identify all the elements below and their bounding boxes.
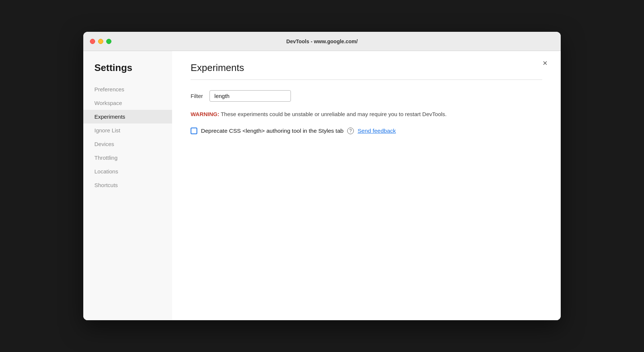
warning-text: WARNING: These experiments could be unst… [191,110,542,119]
sidebar-item-preferences[interactable]: Preferences [83,82,172,96]
filter-label: Filter [191,93,203,99]
experiment-row: Deprecate CSS <length> authoring tool in… [191,128,542,134]
close-traffic-light[interactable] [90,39,95,44]
sidebar-item-locations[interactable]: Locations [83,165,172,178]
titlebar-title: DevTools - www.google.com/ [286,38,358,44]
section-title: Experiments [191,62,542,74]
sidebar-item-experiments[interactable]: Experiments [83,110,172,123]
window-body: Settings Preferences Workspace Experimen… [83,51,561,320]
experiment-label: Deprecate CSS <length> authoring tool in… [201,128,343,134]
warning-body: These experiments could be unstable or u… [219,111,447,117]
sidebar-item-devices[interactable]: Devices [83,137,172,151]
traffic-lights [90,39,111,44]
sidebar-heading: Settings [83,62,172,82]
maximize-traffic-light[interactable] [106,39,111,44]
close-button[interactable]: × [540,58,550,69]
main-content: × Experiments Filter WARNING: These expe… [172,51,561,320]
experiment-checkbox[interactable] [191,128,197,134]
devtools-window: DevTools - www.google.com/ Settings Pref… [83,32,561,320]
divider [191,79,542,80]
help-icon[interactable]: ? [347,128,354,134]
filter-row: Filter [191,90,542,102]
send-feedback-link[interactable]: Send feedback [358,128,396,134]
sidebar: Settings Preferences Workspace Experimen… [83,51,172,320]
warning-label: WARNING: [191,111,219,117]
minimize-traffic-light[interactable] [98,39,103,44]
filter-input[interactable] [209,90,291,102]
sidebar-item-shortcuts[interactable]: Shortcuts [83,178,172,192]
sidebar-item-workspace[interactable]: Workspace [83,96,172,110]
sidebar-item-throttling[interactable]: Throttling [83,151,172,165]
sidebar-item-ignore-list[interactable]: Ignore List [83,123,172,137]
titlebar: DevTools - www.google.com/ [83,32,561,51]
